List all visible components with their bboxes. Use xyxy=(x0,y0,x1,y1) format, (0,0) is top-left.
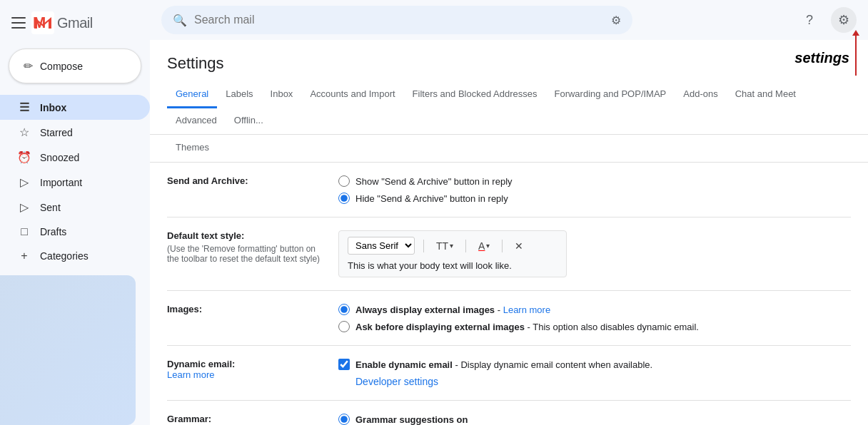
sidebar-item-categories[interactable]: + Categories xyxy=(0,244,150,268)
toolbar-controls: Sans Serif TT ▾ A ▾ xyxy=(348,237,557,255)
drafts-icon: □ xyxy=(17,225,31,238)
tab-labels[interactable]: Labels xyxy=(217,81,261,108)
sidebar: M Gmail ✏ Compose ☰ Inbox ☆ Starred ⏰ Sn… xyxy=(0,0,150,425)
tab-filters[interactable]: Filters and Blocked Addresses xyxy=(404,81,546,108)
tab-accounts[interactable]: Accounts and Import xyxy=(301,81,403,108)
compose-pen-icon: ✏ xyxy=(24,59,33,73)
themes-tab-row: Themes xyxy=(150,135,868,163)
search-input[interactable] xyxy=(194,14,611,26)
remove-format-icon: ✕ xyxy=(515,240,523,252)
clock-icon: ⏰ xyxy=(17,150,31,164)
grammar-on-radio[interactable] xyxy=(338,414,350,425)
settings-title: Settings xyxy=(150,40,868,81)
settings-button[interactable]: ⚙ xyxy=(831,7,857,33)
text-color-arrow: ▾ xyxy=(486,242,490,250)
send-archive-options: Show "Send & Archive" button in reply Hi… xyxy=(338,175,513,204)
always-display-option[interactable]: Always display external images - Learn m… xyxy=(338,304,699,315)
remove-formatting-button[interactable]: ✕ xyxy=(511,238,527,254)
dynamic-email-options: Enable dynamic email - Display dynamic e… xyxy=(338,359,652,387)
tab-advanced[interactable]: Advanced xyxy=(167,108,226,135)
font-select[interactable]: Sans Serif xyxy=(348,237,415,255)
text-color-button[interactable]: A ▾ xyxy=(475,238,493,254)
sidebar-header: M Gmail xyxy=(0,0,150,43)
images-label: Images: xyxy=(167,304,324,314)
ask-before-radio[interactable] xyxy=(338,321,350,332)
images-learn-more-link[interactable]: Learn more xyxy=(503,304,550,315)
hide-send-archive-label: Hide "Send & Archive" button in reply xyxy=(355,193,508,204)
tab-forwarding[interactable]: Forwarding and POP/IMAP xyxy=(545,81,675,108)
compose-label: Compose xyxy=(40,61,83,72)
dynamic-email-checkbox-option[interactable]: Enable dynamic email - Display dynamic e… xyxy=(338,359,652,370)
hide-send-archive-radio[interactable] xyxy=(338,193,350,204)
grammar-on-label: Grammar suggestions on xyxy=(355,414,468,425)
gmail-m-icon: M xyxy=(31,11,54,34)
topbar: 🔍 ⚙ ? ⚙ settings xyxy=(150,0,868,40)
font-size-button[interactable]: TT ▾ xyxy=(433,238,457,254)
tab-inbox[interactable]: Inbox xyxy=(262,81,302,108)
tab-addons[interactable]: Add-ons xyxy=(675,81,726,108)
help-icon: ? xyxy=(806,13,813,28)
developer-settings-link[interactable]: Developer settings xyxy=(355,376,438,387)
sidebar-item-starred[interactable]: ☆ Starred xyxy=(0,120,150,145)
tab-chat[interactable]: Chat and Meet xyxy=(727,81,804,108)
hide-send-archive-option[interactable]: Hide "Send & Archive" button in reply xyxy=(338,193,513,204)
settings-panel: Settings General Labels Inbox Accounts a… xyxy=(150,40,868,425)
grammar-on-option[interactable]: Grammar suggestions on xyxy=(338,414,468,425)
gmail-logo-text: Gmail xyxy=(57,15,93,31)
settings-gear-icon: ⚙ xyxy=(838,12,849,28)
dynamic-email-checkbox[interactable] xyxy=(338,359,350,370)
hamburger-menu-icon[interactable] xyxy=(11,16,26,30)
default-text-style-row: Default text style: (Use the 'Remove for… xyxy=(167,217,851,291)
sidebar-nav: ☰ Inbox ☆ Starred ⏰ Snoozed ▷ Important … xyxy=(0,95,150,268)
text-style-toolbar: Sans Serif TT ▾ A ▾ xyxy=(338,230,567,277)
sidebar-item-label: Snoozed xyxy=(40,152,79,163)
sidebar-item-snoozed[interactable]: ⏰ Snoozed xyxy=(0,145,150,170)
main-content: 🔍 ⚙ ? ⚙ settings Settings General L xyxy=(150,0,868,425)
sidebar-item-drafts[interactable]: □ Drafts xyxy=(0,220,150,244)
send-archive-label: Send and Archive: xyxy=(167,175,324,186)
settings-annotation-label: settings xyxy=(794,50,849,66)
topbar-icons: ? ⚙ settings xyxy=(797,7,857,33)
grammar-options: Grammar suggestions on Grammar suggestio… xyxy=(338,414,468,425)
sidebar-item-sent[interactable]: ▷ Sent xyxy=(0,195,150,220)
svg-text:M: M xyxy=(33,14,46,31)
always-display-radio[interactable] xyxy=(338,304,350,315)
tab-offline[interactable]: Offlin... xyxy=(226,108,272,135)
images-options: Always display external images - Learn m… xyxy=(338,304,699,332)
search-box[interactable]: 🔍 ⚙ xyxy=(161,6,632,34)
grammar-row: Grammar: Grammar suggestions on Grammar … xyxy=(167,401,851,425)
sidebar-item-important[interactable]: ▷ Important xyxy=(0,170,150,195)
dynamic-email-learn-more-link[interactable]: Learn more xyxy=(167,369,214,380)
star-icon: ☆ xyxy=(17,126,31,139)
search-filter-icon[interactable]: ⚙ xyxy=(611,14,621,27)
sent-icon: ▷ xyxy=(17,200,31,214)
sidebar-item-label: Sent xyxy=(40,202,61,213)
gmail-logo: M Gmail xyxy=(31,11,93,34)
sidebar-item-label: Drafts xyxy=(40,226,66,237)
tab-general[interactable]: General xyxy=(167,81,217,108)
dynamic-email-checkbox-label: Enable dynamic email - Display dynamic e… xyxy=(355,359,652,370)
sidebar-item-inbox[interactable]: ☰ Inbox xyxy=(0,95,150,120)
show-send-archive-radio[interactable] xyxy=(338,175,350,187)
text-style-sublabel: (Use the 'Remove formatting' button on t… xyxy=(167,244,324,264)
dynamic-email-label: Dynamic email: Learn more xyxy=(167,359,324,380)
categories-icon: + xyxy=(17,250,31,262)
help-button[interactable]: ? xyxy=(797,7,822,33)
show-send-archive-label: Show "Send & Archive" button in reply xyxy=(355,176,513,187)
ask-before-option[interactable]: Ask before displaying external images - … xyxy=(338,321,699,332)
always-display-label: Always display external images - Learn m… xyxy=(355,304,550,315)
font-size-arrow: ▾ xyxy=(450,242,453,250)
search-icon: 🔍 xyxy=(173,14,187,27)
show-send-archive-option[interactable]: Show "Send & Archive" button in reply xyxy=(338,175,513,187)
settings-tabs: General Labels Inbox Accounts and Import… xyxy=(150,81,868,135)
settings-content: Send and Archive: Show "Send & Archive" … xyxy=(150,163,868,425)
toolbar-separator-1 xyxy=(423,240,424,252)
grammar-label: Grammar: xyxy=(167,414,324,424)
tab-themes[interactable]: Themes xyxy=(167,135,218,162)
sidebar-item-label: Categories xyxy=(40,250,89,262)
sidebar-item-label: Starred xyxy=(40,127,73,138)
font-size-icon: TT xyxy=(436,240,448,252)
dynamic-email-row: Dynamic email: Learn more Enable dynamic… xyxy=(167,346,851,401)
compose-button[interactable]: ✏ Compose xyxy=(9,48,141,83)
send-archive-row: Send and Archive: Show "Send & Archive" … xyxy=(167,163,851,217)
